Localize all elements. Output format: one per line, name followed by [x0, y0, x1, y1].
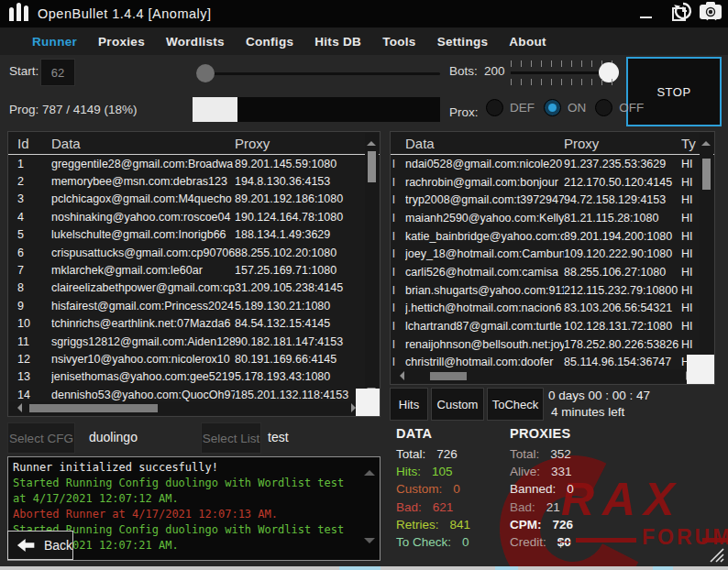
table-row[interactable]: l lchartrand87@gmail.com:turtle 102.128.…: [391, 317, 714, 335]
tab-tocheck[interactable]: ToCheck: [487, 388, 544, 421]
clipped-id-column: l: [391, 301, 405, 314]
radio-icon: [595, 99, 612, 116]
scroll-down-icon[interactable]: [364, 538, 375, 549]
table-row[interactable]: l rachrobin@gmail.com:bonjour 212.170.50…: [391, 173, 714, 192]
col-data[interactable]: Data: [51, 136, 235, 151]
scroll-up-icon[interactable]: [367, 137, 376, 146]
table-row[interactable]: 6 crispusattucks@gmail.com:cp90706 88.25…: [8, 244, 380, 261]
progress-bar: [193, 97, 440, 122]
scroll-thumb[interactable]: [29, 404, 158, 412]
col-id[interactable]: Id: [8, 136, 51, 151]
scroll-left-icon[interactable]: [13, 403, 22, 412]
table-row[interactable]: 7 mklarchek@gmail.com:le60ar 157.25.169.…: [8, 261, 380, 279]
scroll-up-icon[interactable]: [364, 465, 375, 476]
openbullet-window: OpenBullet 1.4.4 [Anomaly] RunnerProxies…: [0, 0, 728, 570]
history-icon[interactable]: [673, 1, 693, 21]
col-proxy[interactable]: Proxy: [235, 136, 380, 151]
screenshot-camera-icon[interactable]: [699, 1, 722, 21]
proxy-mode-option[interactable]: ON: [544, 99, 586, 116]
table-row[interactable]: 13 jenisethomas@yahoo.com:gee5219 5.178.…: [8, 368, 380, 386]
menu-item[interactable]: Proxies: [98, 35, 145, 49]
table-row[interactable]: 4 noshinaking@yahoo.com:roscoe04 190.124…: [8, 208, 380, 225]
clipped-id-column: l: [391, 193, 405, 206]
minimize-button[interactable]: [638, 6, 653, 21]
table-row[interactable]: l katie_bainbridge@yahoo.com:c 89.201.19…: [391, 227, 714, 246]
proxies-stats-title: PROXIES: [510, 426, 571, 441]
menu-item[interactable]: Tools: [382, 35, 416, 49]
data-stats-title: DATA: [396, 426, 432, 441]
radio-icon: [544, 99, 561, 116]
select-list-button[interactable]: Select List: [201, 422, 261, 454]
table-row[interactable]: l j.hettich@hotmail.com:nacion6 83.103.2…: [391, 300, 714, 318]
proxy-mode-option[interactable]: DEF: [486, 99, 535, 116]
scroll-thumb[interactable]: [430, 372, 467, 380]
bots-slider[interactable]: [511, 71, 615, 74]
table-row[interactable]: l brian.shugarts@yahoo.com:911 212.115.2…: [391, 281, 714, 300]
table-row[interactable]: l renaijohnson@bellsouth.net:joy 178.252…: [391, 335, 714, 354]
resize-grip-icon[interactable]: [710, 548, 724, 563]
scrollbar-corner: [687, 355, 714, 384]
table-row[interactable]: 1 greggentile28@gmail.com:Broadwa 89.201…: [8, 155, 380, 172]
clipped-id-column: l: [391, 284, 405, 297]
table-row[interactable]: 10 tchinrichs@earthlink.net:07Mazda6 84.…: [8, 315, 380, 333]
scroll-thumb[interactable]: [702, 159, 711, 190]
table-row[interactable]: 9 hisfairest@gmail.com:Princess2024 5.18…: [8, 297, 380, 314]
desktop-edge-strip: [0, 566, 728, 570]
selected-wordlist: test: [268, 430, 289, 444]
proxy-mode-option[interactable]: OFF: [595, 99, 644, 116]
stat-row: Banned: 0: [510, 480, 574, 498]
vertical-scrollbar[interactable]: [700, 133, 713, 368]
proxies-stats: Total: 352 Alive: 331 Banned: 0 Bad: 21 …: [510, 445, 574, 551]
prox-label: Prox:: [449, 105, 479, 119]
table-row[interactable]: l joey_18@hotmail.com:Cambun 109.120.222…: [391, 245, 714, 263]
stat-row: Credit: $0: [510, 533, 574, 551]
menu-item[interactable]: Wordlists: [166, 35, 225, 49]
table-row[interactable]: 11 sgriggs12812@gmail.com:Aiden128 90.18…: [8, 333, 380, 350]
table-row[interactable]: 2 memorybee@msn.com:debras123 194.8.130.…: [8, 172, 380, 190]
select-cfg-button[interactable]: Select CFG: [7, 422, 75, 454]
table-row[interactable]: 8 claireelizabethpower@gmail.com:cp 31.2…: [8, 280, 380, 297]
start-slider-handle[interactable]: [196, 64, 215, 82]
proxy-mode-radios: DEF ON OFF: [486, 99, 644, 116]
menu-item[interactable]: Runner: [32, 35, 77, 49]
progress-fill: [193, 97, 237, 122]
back-button[interactable]: Back: [7, 531, 73, 560]
stat-row: Total: 726: [396, 445, 470, 463]
col-data[interactable]: Data: [405, 136, 564, 151]
scroll-up-icon[interactable]: [701, 137, 711, 146]
menu-item[interactable]: Configs: [246, 35, 293, 49]
clipped-id-column: l: [391, 356, 405, 368]
menu-item[interactable]: Hits DB: [314, 35, 361, 49]
menu-item[interactable]: About: [509, 35, 546, 49]
time-remaining: 4 minutes left: [551, 405, 624, 419]
table-row[interactable]: l carli526@hotmail.com:camisa 88.255.106…: [391, 263, 714, 281]
table-row[interactable]: 12 nsivyer10@yahoo.com:nicolerox10 80.19…: [8, 350, 380, 367]
clipped-id-column: l: [391, 176, 405, 189]
vertical-scrollbar[interactable]: [365, 133, 379, 400]
watermark-main-text: RAX: [561, 473, 683, 526]
scroll-thumb[interactable]: [368, 151, 376, 182]
col-proxy[interactable]: Proxy: [564, 136, 681, 151]
table-row[interactable]: 3 pclchicagox@gmail.com:M4quecho 89.201.…: [8, 191, 380, 208]
stat-row: Retries: 841: [396, 516, 470, 533]
table-row[interactable]: l maianh2590@yahoo.com:Kelly 81.21.115.2…: [391, 209, 714, 227]
start-input[interactable]: [40, 59, 75, 86]
stat-row: Bad: 621: [396, 499, 470, 516]
start-slider[interactable]: [196, 72, 440, 75]
horizontal-scrollbar[interactable]: [9, 401, 364, 415]
clipped-id-column: l: [391, 338, 405, 351]
stat-row: Alive: 331: [510, 463, 574, 480]
table-row[interactable]: 5 lukelschulte@gmail.com:Inorigb66 188.1…: [8, 226, 380, 244]
hits-table: Data Proxy Ty l ndai0528@gmail.com:nicol…: [390, 131, 715, 385]
clipped-id-column: l: [391, 212, 405, 225]
log-line: Started Running Config duolingo with Wor…: [13, 476, 359, 507]
table-row[interactable]: l tryp2008@gmail.com:t3972947 94.72.158.…: [391, 191, 714, 209]
horizontal-scrollbar[interactable]: [392, 369, 699, 383]
elapsed-time: 0 days 00 : 00 : 47: [548, 389, 650, 402]
tab-custom[interactable]: Custom: [431, 388, 484, 421]
bots-value: 200: [484, 64, 505, 78]
menu-item[interactable]: Settings: [437, 35, 489, 49]
table-row[interactable]: l ndai0528@gmail.com:nicole20 91.237.235…: [391, 155, 714, 173]
scroll-left-icon[interactable]: [395, 371, 404, 380]
tab-hits[interactable]: Hits: [390, 388, 428, 421]
